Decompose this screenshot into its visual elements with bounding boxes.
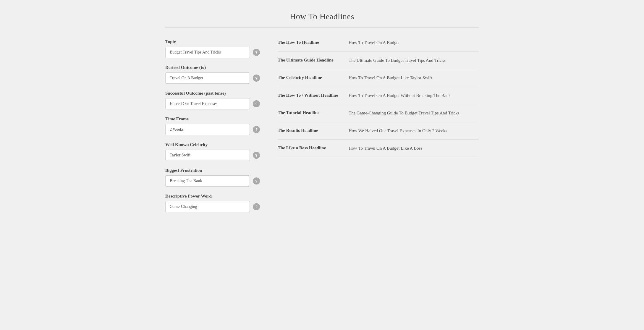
field-label-time_frame: Time Frame [165,117,260,122]
field-row-celebrity: ? [165,150,260,161]
headline-value: How We Halved Our Travel Expenses In Onl… [349,127,479,134]
headline-type: The How To Headline [278,39,343,46]
headline-row: The Ultimate Guide HeadlineThe Ultimate … [278,52,479,69]
help-icon-time_frame[interactable]: ? [253,126,260,133]
page-title: How To Headlines [165,12,479,21]
headline-row: The Tutorial HeadlineThe Game-Changing G… [278,104,479,122]
field-label-successful_outcome: Successful Outcome (past tense) [165,91,260,96]
field-label-desired_outcome: Desired Outcome (to) [165,65,260,70]
help-icon-celebrity[interactable]: ? [253,152,260,159]
field-row-successful_outcome: ? [165,98,260,109]
headline-row: The Results HeadlineHow We Halved Our Tr… [278,122,479,140]
field-group-topic: Topic? [165,39,260,58]
page-wrapper: How To Headlines Topic?Desired Outcome (… [159,0,485,237]
field-row-desired_outcome: ? [165,72,260,84]
field-label-power_word: Descriptive Power Word [165,194,260,199]
headline-type: The How To / Without Headline [278,92,343,98]
headline-row: The How To / Without HeadlineHow To Trav… [278,87,479,105]
field-label-celebrity: Well Known Celebrity [165,142,260,147]
field-group-desired_outcome: Desired Outcome (to)? [165,65,260,84]
headline-value: How To Travel On A Budget [349,39,479,46]
main-content: Topic?Desired Outcome (to)?Successful Ou… [165,39,479,219]
input-topic[interactable] [165,47,250,58]
input-power_word[interactable] [165,201,250,212]
input-frustration[interactable] [165,175,250,187]
field-label-topic: Topic [165,39,260,44]
field-row-power_word: ? [165,201,260,212]
headline-value: How To Travel On A Budget Like Taylor Sw… [349,75,479,81]
input-successful_outcome[interactable] [165,98,250,109]
help-icon-topic[interactable]: ? [253,49,260,56]
field-group-celebrity: Well Known Celebrity? [165,142,260,161]
left-panel: Topic?Desired Outcome (to)?Successful Ou… [165,39,260,219]
field-row-frustration: ? [165,175,260,187]
right-panel: The How To HeadlineHow To Travel On A Bu… [278,39,479,157]
field-group-power_word: Descriptive Power Word? [165,194,260,212]
field-group-time_frame: Time Frame? [165,117,260,135]
headline-value: How To Travel On A Budget Without Breaki… [349,92,479,99]
help-icon-desired_outcome[interactable]: ? [253,75,260,82]
field-group-successful_outcome: Successful Outcome (past tense)? [165,91,260,109]
headline-type: The Ultimate Guide Headline [278,57,343,63]
headline-value: The Game-Changing Guide To Budget Travel… [349,110,479,117]
field-row-topic: ? [165,47,260,58]
field-group-frustration: Biggest Frustration? [165,168,260,187]
headline-type: The Results Headline [278,127,343,134]
field-label-frustration: Biggest Frustration [165,168,260,173]
help-icon-power_word[interactable]: ? [253,203,260,210]
help-icon-successful_outcome[interactable]: ? [253,100,260,107]
headline-value: The Ultimate Guide To Budget Travel Tips… [349,57,479,64]
headline-type: The Like a Boss Headline [278,145,343,151]
headline-value: How To Travel On A Budget Like A Boss [349,145,479,152]
input-celebrity[interactable] [165,150,250,161]
field-row-time_frame: ? [165,124,260,135]
help-icon-frustration[interactable]: ? [253,177,260,185]
headline-type: The Tutorial Headline [278,110,343,116]
headline-row: The Like a Boss HeadlineHow To Travel On… [278,140,479,157]
divider [165,27,479,28]
input-time_frame[interactable] [165,124,250,135]
input-desired_outcome[interactable] [165,72,250,84]
headline-row: The Celebrity HeadlineHow To Travel On A… [278,69,479,87]
headline-row: The How To HeadlineHow To Travel On A Bu… [278,39,479,52]
headline-type: The Celebrity Headline [278,75,343,81]
